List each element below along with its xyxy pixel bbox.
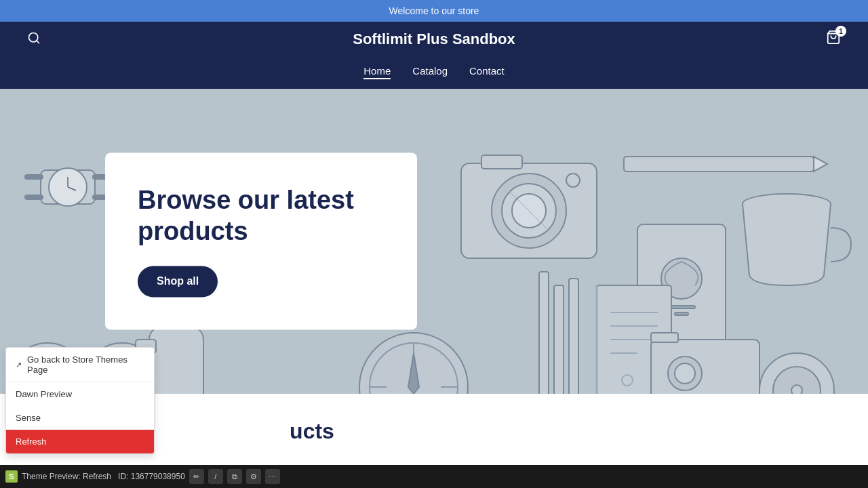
header: Softlimit Plus Sandbox 1	[0, 22, 868, 57]
shopify-logo: S	[5, 470, 18, 483]
nav-item-contact[interactable]: Contact	[469, 65, 505, 79]
svg-point-56	[791, 385, 802, 394]
context-menu-refresh[interactable]: Refresh	[6, 430, 154, 453]
cart-icon[interactable]: 1	[826, 30, 841, 49]
svg-rect-18	[481, 155, 522, 169]
nav-item-catalog[interactable]: Catalog	[412, 65, 448, 79]
bottom-toolbar: S Theme Preview: Refresh ID: 13677903895…	[0, 465, 868, 488]
svg-rect-38	[539, 272, 549, 394]
context-menu-dawn-preview[interactable]: Dawn Preview	[6, 382, 154, 406]
header-left	[27, 31, 41, 48]
svg-point-23	[566, 174, 580, 187]
header-right: 1	[826, 30, 841, 49]
svg-rect-29	[675, 312, 688, 315]
svg-rect-40	[554, 285, 564, 394]
toolbar-settings-btn[interactable]: ⚙	[246, 469, 261, 484]
svg-rect-53	[651, 333, 678, 342]
toolbar-theme-info: Theme Preview: Refresh ID: 136779038950	[22, 472, 185, 481]
context-menu-sense[interactable]: Sense	[6, 406, 154, 430]
announcement-bar: Welcome to our store	[0, 0, 868, 22]
svg-rect-69	[149, 326, 203, 394]
hero-heading: Browse our latest products	[138, 185, 384, 247]
cart-badge: 1	[835, 26, 846, 37]
navigation: Home Catalog Contact	[0, 57, 868, 89]
search-icon[interactable]	[27, 31, 41, 48]
hero-card: Browse our latest products Shop all	[105, 152, 417, 329]
shop-all-button[interactable]: Shop all	[138, 266, 218, 298]
context-menu-store-themes[interactable]: ↗ Go back to Store Themes Page	[6, 348, 154, 382]
context-menu: ↗ Go back to Store Themes Page Dawn Prev…	[5, 347, 155, 454]
svg-rect-50	[651, 340, 760, 394]
announcement-text: Welcome to our store	[389, 5, 479, 16]
site-title: Softlimit Plus Sandbox	[353, 30, 515, 48]
svg-line-1	[37, 40, 39, 43]
toolbar-duplicate-btn[interactable]: ⧉	[227, 469, 242, 484]
nav-item-home[interactable]: Home	[363, 65, 391, 79]
svg-rect-24	[624, 157, 814, 171]
toolbar-slash-btn[interactable]: /	[208, 469, 223, 484]
svg-point-52	[675, 363, 695, 384]
toolbar-edit-btn[interactable]: ✏	[189, 469, 204, 484]
toolbar-more-btn[interactable]: ⋯	[265, 469, 280, 484]
svg-rect-42	[569, 279, 578, 394]
external-link-icon: ↗	[16, 361, 22, 369]
